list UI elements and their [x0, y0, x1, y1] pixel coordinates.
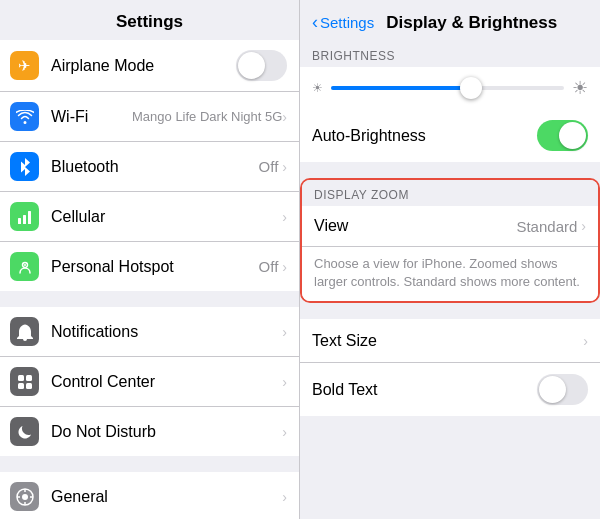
left-panel: Settings ✈ Airplane Mode — [0, 0, 300, 519]
controlcenter-icon — [10, 367, 39, 396]
controlcenter-chevron: › — [282, 374, 287, 390]
svg-rect-7 — [18, 383, 24, 389]
airplane-icon: ✈ — [10, 51, 39, 80]
bold-text-item[interactable]: Bold Text — [300, 363, 600, 416]
auto-brightness-label: Auto-Brightness — [312, 127, 537, 145]
settings-group-2: Notifications › Control Center › — [0, 307, 299, 456]
settings-group-3: General › AA Display & Brightness › — [0, 472, 299, 519]
svg-rect-0 — [18, 218, 21, 224]
bluetooth-value: Off — [259, 158, 279, 175]
text-options-group: Text Size › Bold Text — [300, 319, 600, 416]
view-item[interactable]: View Standard › — [302, 206, 598, 247]
brightness-row[interactable]: ☀ ☀ — [300, 67, 600, 109]
airplane-label: Airplane Mode — [51, 57, 236, 75]
right-header: ‹ Settings Display & Brightness — [300, 0, 600, 41]
sidebar-item-cellular[interactable]: Cellular › — [0, 192, 299, 242]
view-value: Standard — [516, 218, 577, 235]
general-chevron: › — [282, 489, 287, 505]
sidebar-item-donotdisturb[interactable]: Do Not Disturb › — [0, 407, 299, 456]
notifications-label: Notifications — [51, 323, 282, 341]
brightness-section-header: BRIGHTNESS — [300, 41, 600, 67]
brightness-slider[interactable] — [331, 86, 564, 90]
brightness-low-icon: ☀ — [312, 81, 323, 95]
text-size-chevron: › — [583, 333, 588, 349]
brightness-group: ☀ ☀ Auto-Brightness — [300, 67, 600, 162]
left-panel-title: Settings — [0, 0, 299, 40]
brightness-thumb — [460, 77, 482, 99]
auto-brightness-item[interactable]: Auto-Brightness — [300, 109, 600, 162]
bluetooth-chevron: › — [282, 159, 287, 175]
general-label: General — [51, 488, 282, 506]
wifi-chevron: › — [282, 109, 287, 125]
svg-rect-1 — [23, 215, 26, 224]
back-label: Settings — [320, 14, 374, 31]
text-size-label: Text Size — [312, 332, 583, 350]
sidebar-item-notifications[interactable]: Notifications › — [0, 307, 299, 357]
cellular-icon — [10, 202, 39, 231]
notifications-icon — [10, 317, 39, 346]
svg-rect-5 — [18, 375, 24, 381]
sidebar-item-general[interactable]: General › — [0, 472, 299, 519]
back-button[interactable]: ‹ Settings — [312, 12, 374, 33]
donotdisturb-label: Do Not Disturb — [51, 423, 282, 441]
svg-rect-6 — [26, 375, 32, 381]
controlcenter-label: Control Center — [51, 373, 282, 391]
cellular-label: Cellular — [51, 208, 282, 226]
svg-point-4 — [24, 264, 26, 266]
right-panel: ‹ Settings Display & Brightness BRIGHTNE… — [300, 0, 600, 519]
svg-rect-8 — [26, 383, 32, 389]
sidebar-item-wifi[interactable]: Wi-Fi Mango Life Dark Night 5G › — [0, 92, 299, 142]
bluetooth-icon — [10, 152, 39, 181]
sidebar-item-bluetooth[interactable]: Bluetooth Off › — [0, 142, 299, 192]
view-label: View — [314, 217, 516, 235]
hotspot-icon — [10, 252, 39, 281]
hotspot-value: Off — [259, 258, 279, 275]
bold-text-toggle[interactable] — [537, 374, 588, 405]
settings-list: ✈ Airplane Mode Wi-Fi Mango Life Dark Ni… — [0, 40, 299, 519]
display-zoom-section: DISPLAY ZOOM View Standard › Choose a vi… — [300, 178, 600, 303]
right-content: BRIGHTNESS ☀ ☀ Auto-Brightness DISPLAY Z… — [300, 41, 600, 519]
bold-text-label: Bold Text — [312, 381, 537, 399]
auto-brightness-toggle[interactable] — [537, 120, 588, 151]
sidebar-item-controlcenter[interactable]: Control Center › — [0, 357, 299, 407]
zoom-description: Choose a view for iPhone. Zoomed shows l… — [302, 247, 598, 301]
general-icon — [10, 482, 39, 511]
bluetooth-label: Bluetooth — [51, 158, 259, 176]
hotspot-label: Personal Hotspot — [51, 258, 259, 276]
svg-point-10 — [22, 494, 28, 500]
brightness-fill — [331, 86, 471, 90]
hotspot-chevron: › — [282, 259, 287, 275]
sidebar-item-airplane[interactable]: ✈ Airplane Mode — [0, 40, 299, 92]
wifi-network: Mango Life Dark Night 5G — [132, 109, 282, 124]
sidebar-item-hotspot[interactable]: Personal Hotspot Off › — [0, 242, 299, 291]
text-size-item[interactable]: Text Size › — [300, 319, 600, 363]
back-chevron-icon: ‹ — [312, 12, 318, 33]
wifi-label: Wi-Fi — [51, 108, 128, 126]
display-zoom-header: DISPLAY ZOOM — [302, 180, 598, 206]
donotdisturb-icon — [10, 417, 39, 446]
donotdisturb-chevron: › — [282, 424, 287, 440]
cellular-chevron: › — [282, 209, 287, 225]
settings-group-1: ✈ Airplane Mode Wi-Fi Mango Life Dark Ni… — [0, 40, 299, 291]
airplane-toggle[interactable] — [236, 50, 287, 81]
right-panel-title: Display & Brightness — [386, 13, 557, 33]
wifi-icon — [10, 102, 39, 131]
svg-rect-2 — [28, 211, 31, 224]
notifications-chevron: › — [282, 324, 287, 340]
brightness-high-icon: ☀ — [572, 77, 588, 99]
view-chevron: › — [581, 218, 586, 234]
